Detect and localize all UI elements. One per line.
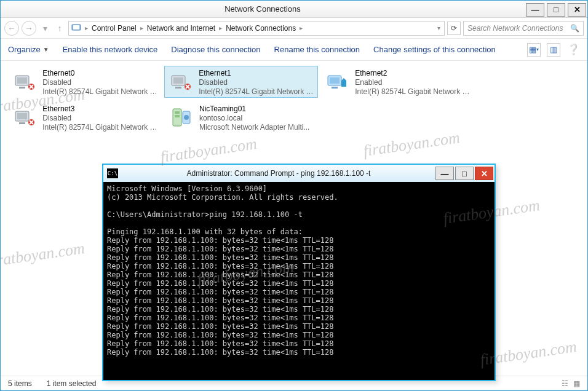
change-settings-button[interactable]: Change settings of this connection xyxy=(373,45,496,54)
connection-desc: Intel(R) 82574L Gigabit Network C... xyxy=(199,87,314,97)
back-button[interactable]: ← xyxy=(4,21,19,36)
cmd-window: C:\ Administrator: Command Prompt - ping… xyxy=(102,164,496,381)
toolbar: Organize ▼ Enable this network device Di… xyxy=(1,39,587,61)
breadcrumb-seg[interactable]: Network and Internet xyxy=(147,24,215,33)
navbar: ← → ▾ ↑ ▸ Control Panel ▸ Network and In… xyxy=(1,18,587,39)
organize-menu[interactable]: Organize ▼ xyxy=(8,45,49,54)
connection-status: Disabled xyxy=(42,114,157,123)
connection-desc: Intel(R) 82574L Gigabit Network C... xyxy=(355,87,470,97)
svg-rect-15 xyxy=(19,122,25,124)
svg-rect-3 xyxy=(17,77,27,84)
connection-name: Ethernet3 xyxy=(42,105,157,114)
details-view-icon[interactable]: ☷ xyxy=(562,379,568,388)
help-icon[interactable]: ❔ xyxy=(566,43,580,57)
svg-rect-8 xyxy=(175,87,181,89)
connection-name: Ethernet0 xyxy=(42,69,157,78)
address-dropdown[interactable]: ▾ xyxy=(436,25,442,31)
network-adapter-disabled-icon xyxy=(12,69,38,95)
svg-point-21 xyxy=(184,115,189,120)
network-adapter-disabled-icon xyxy=(12,105,38,130)
window-title: Network Connections xyxy=(1,4,525,14)
minimize-button[interactable]: — xyxy=(526,3,544,17)
connection-name: Ethernet2 xyxy=(355,69,470,78)
cmd-title: Administrator: Command Prompt - ping 192… xyxy=(122,169,435,178)
maximize-button[interactable]: □ xyxy=(547,3,565,17)
enable-device-button[interactable]: Enable this network device xyxy=(63,45,158,54)
svg-rect-7 xyxy=(173,77,183,84)
chevron-right-icon: ▸ xyxy=(298,25,304,31)
svg-rect-4 xyxy=(19,87,25,89)
titlebar: Network Connections — □ ✕ xyxy=(1,1,587,18)
cmd-maximize-button[interactable]: □ xyxy=(455,167,474,180)
up-button[interactable]: ↑ xyxy=(54,22,66,34)
svg-rect-1 xyxy=(73,25,79,30)
folder-icon xyxy=(71,22,81,34)
svg-rect-12 xyxy=(332,87,338,89)
breadcrumb-seg[interactable]: Control Panel xyxy=(92,24,137,33)
cmd-titlebar[interactable]: C:\ Administrator: Command Prompt - ping… xyxy=(103,165,495,182)
connection-status: kontoso.local xyxy=(199,114,309,123)
chevron-right-icon: ▸ xyxy=(139,25,145,31)
connection-item-ethernet0[interactable]: Ethernet0 Disabled Intel(R) 82574L Gigab… xyxy=(8,66,162,98)
nic-teaming-icon xyxy=(169,105,194,130)
connection-status: Disabled xyxy=(42,78,157,87)
chevron-right-icon: ▸ xyxy=(84,25,89,31)
svg-rect-19 xyxy=(175,115,180,117)
connection-name: NicTeaming01 xyxy=(199,105,309,114)
breadcrumb-seg[interactable]: Network Connections xyxy=(226,24,296,33)
item-count: 5 items xyxy=(8,379,32,388)
connection-item-ethernet2[interactable]: Ethernet2 Enabled Intel(R) 82574L Gigabi… xyxy=(320,66,474,98)
details-pane-button[interactable]: ▥ xyxy=(547,43,560,57)
chevron-down-icon: ▼ xyxy=(43,46,49,53)
diagnose-button[interactable]: Diagnose this connection xyxy=(171,45,260,54)
address-bar[interactable]: ▸ Control Panel ▸ Network and Internet ▸… xyxy=(68,21,445,36)
search-placeholder: Search Network Connections xyxy=(467,24,563,33)
cmd-icon: C:\ xyxy=(107,168,118,178)
chevron-right-icon: ▸ xyxy=(218,25,223,31)
view-icons-button[interactable]: ▦▾ xyxy=(527,43,541,57)
selected-count: 1 item selected xyxy=(47,379,97,388)
connection-status: Disabled xyxy=(199,78,314,87)
refresh-button[interactable]: ⟳ xyxy=(447,22,461,35)
svg-rect-11 xyxy=(330,77,340,84)
close-button[interactable]: ✕ xyxy=(568,3,586,17)
connection-status: Enabled xyxy=(355,78,470,87)
cmd-minimize-button[interactable]: — xyxy=(435,167,454,180)
large-icons-icon[interactable]: ▦ xyxy=(573,379,580,388)
connection-item-ethernet3[interactable]: Ethernet3 Disabled Intel(R) 82574L Gigab… xyxy=(8,101,162,133)
cmd-close-button[interactable]: ✕ xyxy=(475,167,493,180)
connection-desc: Intel(R) 82574L Gigabit Network C... xyxy=(42,123,157,132)
svg-rect-18 xyxy=(175,111,180,114)
recent-dropdown[interactable]: ▾ xyxy=(39,22,51,34)
network-adapter-disabled-icon xyxy=(169,69,194,95)
search-icon: 🔍 xyxy=(570,24,579,33)
connection-desc: Microsoft Network Adapter Multi... xyxy=(199,123,309,132)
cmd-output[interactable]: Microsoft Windows [Version 6.3.9600] (c)… xyxy=(103,182,495,380)
svg-rect-14 xyxy=(17,113,27,119)
rename-button[interactable]: Rename this connection xyxy=(274,45,360,54)
search-input[interactable]: Search Network Connections 🔍 xyxy=(463,21,584,36)
connection-item-ethernet1[interactable]: Ethernet1 Disabled Intel(R) 82574L Gigab… xyxy=(164,66,318,98)
connection-desc: Intel(R) 82574L Gigabit Network C... xyxy=(42,87,157,97)
connection-name: Ethernet1 xyxy=(199,69,314,78)
connection-item-nicteaming[interactable]: NicTeaming01 kontoso.local Microsoft Net… xyxy=(164,101,318,133)
network-adapter-enabled-icon xyxy=(325,69,350,95)
forward-button[interactable]: → xyxy=(22,21,36,36)
